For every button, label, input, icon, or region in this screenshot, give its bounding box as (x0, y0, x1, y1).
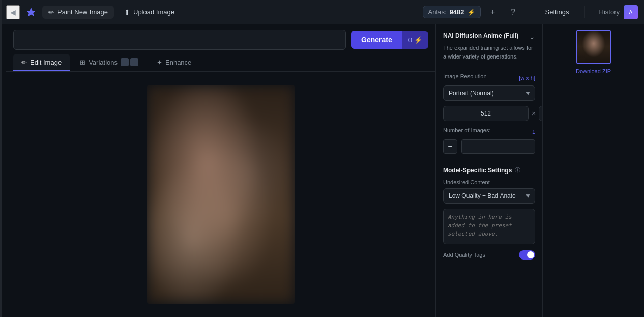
upload-image-button[interactable]: ⬆ Upload Image (118, 6, 181, 19)
upload-icon: ⬆ (124, 8, 130, 16)
help-button[interactable]: ? (505, 4, 521, 20)
num-images-row: − (443, 139, 535, 154)
variations-icon: ⊞ (80, 59, 85, 66)
settings-panel: NAI Diffusion Anime (Full) ⌄ The expande… (435, 24, 542, 317)
num-images-label-row: Number of Images: 1 (443, 127, 535, 136)
model-info: NAI Diffusion Anime (Full) ⌄ The expande… (443, 32, 535, 61)
resolution-label-row: Image Resolution [w x h] (443, 73, 535, 82)
variations-badge (121, 58, 138, 66)
model-collapse-button[interactable]: ⌄ (529, 33, 535, 41)
anlas-badge: Anlas: 9482 ⚡ (423, 6, 481, 18)
quality-tags-toggle[interactable] (519, 250, 535, 260)
info-icon[interactable]: ⓘ (515, 166, 520, 174)
cost-icon: ⚡ (414, 36, 422, 44)
num-images-decrement[interactable]: − (443, 139, 457, 154)
undesired-label: Undesired Content (443, 179, 535, 185)
num-images-slider[interactable] (461, 139, 535, 154)
resolution-preset-wrapper: Portrait (Normal) ▼ (443, 85, 535, 101)
main-image (147, 85, 295, 304)
thumb-image-content (577, 31, 610, 63)
center-panel: Generate 0 ⚡ ✏ Edit Image ⊞ Variations (6, 24, 435, 317)
divider-1 (443, 68, 535, 68)
undesired-preset-select[interactable]: Low Quality + Bad Anato (443, 188, 535, 204)
width-input[interactable] (443, 106, 529, 121)
image-area (6, 72, 435, 317)
model-specific-header: Model-Specific Settings ⓘ (443, 166, 535, 174)
settings-button[interactable]: Settings (538, 6, 576, 18)
model-header: NAI Diffusion Anime (Full) ⌄ (443, 32, 535, 41)
generate-cost-button[interactable]: 0 ⚡ (402, 31, 428, 49)
right-panel: Download ZIP (542, 24, 644, 317)
tab-bar: ✏ Edit Image ⊞ Variations ✦ Enhance (6, 50, 435, 72)
svg-marker-0 (26, 7, 36, 16)
height-input[interactable] (539, 106, 542, 121)
tab-variations[interactable]: ⊞ Variations (72, 54, 147, 71)
undesired-textarea[interactable] (443, 209, 535, 244)
blurred-image-content (147, 85, 295, 304)
prompt-area: Generate 0 ⚡ (6, 24, 435, 50)
times-icon: × (532, 109, 536, 118)
quality-tags-row: Add Quality Tags (443, 250, 535, 260)
quality-tags-label: Add Quality Tags (443, 252, 485, 258)
badge-dot-2 (130, 58, 138, 66)
tab-edit-image[interactable]: ✏ Edit Image (13, 54, 70, 71)
prompt-input[interactable] (20, 35, 339, 43)
top-nav: ◀ ✏ Paint New Image ⬆ Upload Image Anlas… (0, 0, 644, 24)
generate-area: Generate 0 ⚡ (351, 31, 428, 49)
add-button[interactable]: + (485, 4, 501, 20)
download-zip-button[interactable]: Download ZIP (576, 68, 611, 74)
generate-button[interactable]: Generate (351, 31, 402, 49)
badge-dot-1 (121, 58, 129, 66)
prompt-input-wrapper (13, 30, 346, 50)
toggle-track[interactable] (519, 250, 535, 260)
paint-new-image-button[interactable]: ✏ Paint New Image (42, 6, 114, 19)
enhance-icon: ✦ (157, 59, 162, 66)
divider-2 (443, 161, 535, 161)
resolution-preset-select[interactable]: Portrait (Normal) (443, 85, 535, 101)
resolution-inputs: × (443, 106, 535, 121)
tab-enhance[interactable]: ✦ Enhance (149, 54, 199, 71)
history-thumbnail[interactable] (576, 30, 611, 64)
main-layout: Generate 0 ⚡ ✏ Edit Image ⊞ Variations (0, 24, 644, 317)
user-avatar: A (624, 5, 638, 19)
undesired-preset-wrapper: Low Quality + Bad Anato ▼ (443, 188, 535, 204)
toggle-thumb (527, 251, 534, 258)
history-section: History A (599, 5, 638, 19)
edit-icon: ✏ (21, 59, 27, 66)
logo (24, 5, 38, 19)
paint-icon: ✏ (48, 8, 54, 16)
back-button[interactable]: ◀ (6, 5, 20, 19)
